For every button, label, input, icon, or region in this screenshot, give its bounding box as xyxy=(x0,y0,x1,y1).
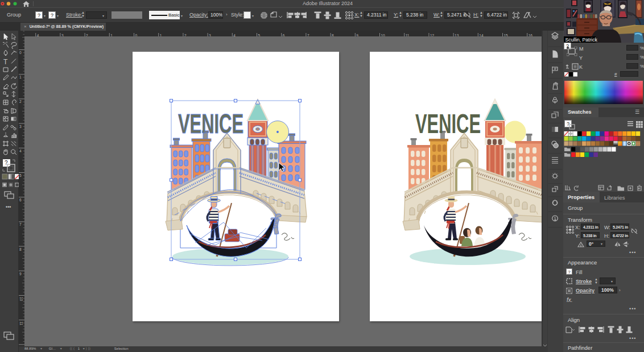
svg-text:•••: ••• xyxy=(6,204,11,210)
svg-text:11: 11 xyxy=(19,321,23,325)
svg-text:0: 0 xyxy=(19,51,22,55)
svg-text:5: 5 xyxy=(19,173,22,177)
svg-text:VENICE: VENICE xyxy=(178,109,243,139)
svg-text:VENICE: VENICE xyxy=(415,109,481,139)
svg-text:8: 8 xyxy=(19,247,22,251)
svg-text:T: T xyxy=(3,58,8,66)
svg-text:Scullin, Patrick: Scullin, Patrick xyxy=(565,37,598,43)
svg-text:3: 3 xyxy=(19,125,22,129)
svg-text:10: 10 xyxy=(19,297,23,301)
svg-text:2: 2 xyxy=(19,100,22,103)
svg-text:7: 7 xyxy=(19,222,22,226)
svg-text:9: 9 xyxy=(19,272,22,276)
svg-text:4: 4 xyxy=(19,149,22,153)
svg-text:1: 1 xyxy=(19,75,22,79)
svg-text:6: 6 xyxy=(19,198,22,202)
